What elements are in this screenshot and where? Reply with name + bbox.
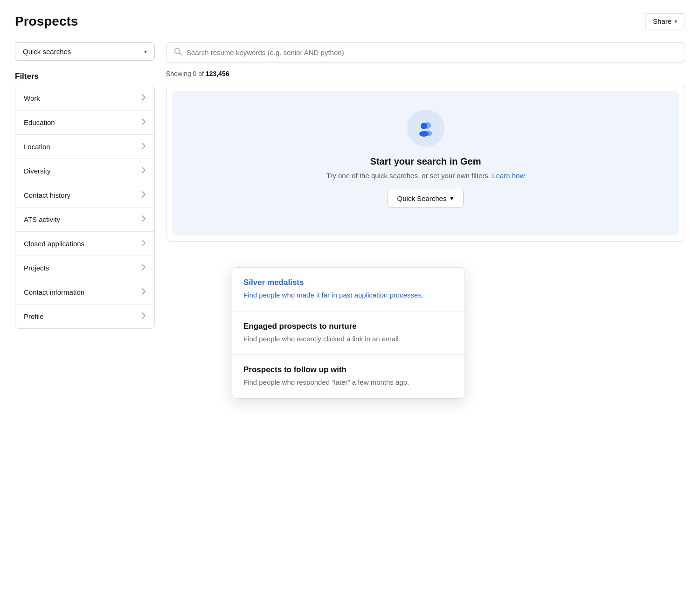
filter-label-contact-history: Contact history [24, 191, 70, 199]
people-icon [407, 110, 444, 147]
filter-item-closed-applications[interactable]: Closed applications [15, 232, 154, 256]
dropdown-item-desc-0: Find people who made it far in past appl… [243, 290, 453, 301]
filter-chevron-profile [141, 312, 146, 321]
filter-item-work[interactable]: Work [15, 86, 154, 111]
share-chevron-icon: ▾ [674, 18, 677, 25]
filter-label-profile: Profile [24, 312, 44, 320]
filter-label-work: Work [24, 94, 40, 102]
quick-searches-dropdown[interactable]: Quick searches ▾ [15, 42, 155, 61]
filters-heading: Filters [15, 72, 155, 81]
search-input[interactable] [187, 48, 677, 56]
filter-item-diversity[interactable]: Diversity [15, 159, 154, 183]
search-icon [174, 48, 182, 57]
filter-label-projects: Projects [24, 264, 49, 272]
sidebar: Quick searches ▾ Filters WorkEducationLo… [15, 42, 155, 329]
svg-line-1 [179, 53, 181, 55]
empty-state-title: Start your search in Gem [370, 156, 481, 167]
filter-label-ats-activity: ATS activity [24, 215, 60, 223]
filter-item-contact-information[interactable]: Contact information [15, 280, 154, 305]
filter-item-location[interactable]: Location [15, 135, 154, 159]
top-bar: Prospects Share ▾ [15, 13, 685, 29]
main-layout: Quick searches ▾ Filters WorkEducationLo… [15, 42, 685, 329]
filter-label-education: Education [24, 118, 55, 126]
quick-searches-arrow-icon: ▾ [144, 48, 147, 55]
main-panel: Start your search in Gem Try one of the … [166, 85, 685, 242]
quick-searches-btn-arrow-icon: ▾ [450, 194, 454, 202]
share-label: Share [653, 17, 672, 25]
dropdown-item-title-1: Engaged prospects to nurture [243, 322, 453, 331]
page-title: Prospects [15, 14, 78, 29]
svg-point-5 [419, 131, 429, 137]
dropdown-item-desc-1: Find people who recently clicked a link … [243, 334, 453, 345]
quick-searches-btn-label: Quick Searches [397, 194, 447, 202]
dropdown-item-2[interactable]: Prospects to follow up withFind people w… [232, 355, 464, 398]
quick-searches-label: Quick searches [23, 48, 71, 55]
filter-item-ats-activity[interactable]: ATS activity [15, 208, 154, 232]
filter-label-closed-applications: Closed applications [24, 240, 84, 248]
filter-chevron-education [141, 118, 146, 127]
filter-item-projects[interactable]: Projects [15, 256, 154, 280]
share-button[interactable]: Share ▾ [645, 13, 685, 29]
learn-how-link[interactable]: Learn how [492, 172, 525, 180]
filter-chevron-location [141, 142, 146, 151]
filter-item-education[interactable]: Education [15, 111, 154, 135]
results-count: Showing 0 of 123,456 [166, 70, 685, 77]
filter-label-location: Location [24, 143, 50, 151]
dropdown-item-desc-2: Find people who responded “later” a few … [243, 377, 453, 388]
svg-point-4 [421, 123, 427, 129]
filter-chevron-closed-applications [141, 239, 146, 248]
dropdown-item-1[interactable]: Engaged prospects to nurtureFind people … [232, 311, 464, 355]
page-container: Prospects Share ▾ Quick searches ▾ Filte… [0, 0, 700, 616]
dropdown-item-title-2: Prospects to follow up with [243, 365, 453, 374]
filter-chevron-contact-history [141, 191, 146, 200]
filter-item-contact-history[interactable]: Contact history [15, 183, 154, 208]
empty-state-subtitle-text: Try one of the quick searches, or set yo… [326, 172, 490, 180]
filter-chevron-projects [141, 263, 146, 272]
main-content: Showing 0 of 123,456 [166, 42, 685, 242]
results-count-value: 123,456 [206, 70, 229, 77]
results-showing-text: Showing 0 of [166, 70, 206, 77]
filter-label-contact-information: Contact information [24, 288, 84, 296]
filter-chevron-ats-activity [141, 215, 146, 224]
filter-chevron-work [141, 94, 146, 103]
dropdown-item-title-0: Silver medalists [243, 278, 453, 287]
dropdown-panel: Silver medalistsFind people who made it … [232, 267, 465, 399]
filter-chevron-contact-information [141, 288, 146, 297]
dropdown-item-0[interactable]: Silver medalistsFind people who made it … [232, 268, 464, 311]
empty-state-subtitle: Try one of the quick searches, or set yo… [326, 172, 525, 180]
filter-list: WorkEducationLocationDiversityContact hi… [15, 86, 155, 329]
search-bar [166, 42, 685, 62]
filter-label-diversity: Diversity [24, 167, 51, 175]
empty-state-quick-searches-button[interactable]: Quick Searches ▾ [388, 189, 464, 208]
empty-state: Start your search in Gem Try one of the … [172, 91, 679, 235]
filter-item-profile[interactable]: Profile [15, 305, 154, 328]
filter-chevron-diversity [141, 166, 146, 175]
